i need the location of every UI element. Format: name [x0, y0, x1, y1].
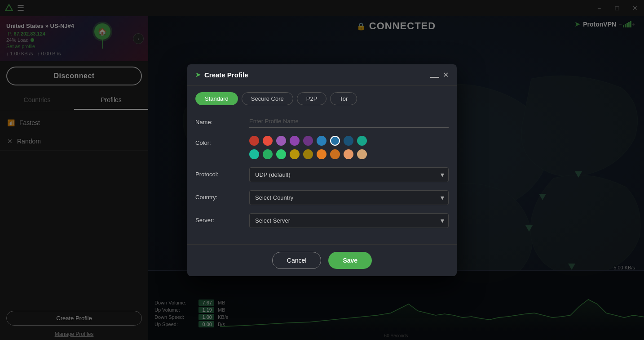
color-swatch-light-orange[interactable] — [344, 149, 353, 159]
color-label: Color: — [195, 136, 249, 146]
tab-standard[interactable]: Standard — [195, 92, 238, 105]
dialog-close-button[interactable]: ✕ — [443, 71, 449, 79]
color-swatch-orange[interactable] — [317, 149, 326, 159]
protocol-select[interactable]: UDP (default) TCP IKEv2 OpenVPN (UDP) Op… — [249, 167, 449, 182]
color-row-2 — [249, 149, 449, 159]
server-row: Server: Select Server — [195, 213, 449, 228]
color-swatch-light-green[interactable] — [276, 149, 286, 159]
tab-p2p[interactable]: P2P — [297, 92, 327, 105]
color-swatch-tan[interactable] — [357, 149, 367, 159]
dialog-minimize-button[interactable] — [430, 72, 439, 78]
country-select[interactable]: Select Country — [249, 190, 449, 205]
name-input[interactable] — [249, 115, 449, 128]
country-control: Select Country — [249, 190, 449, 205]
protocol-control: UDP (default) TCP IKEv2 OpenVPN (UDP) Op… — [249, 167, 449, 182]
color-swatch-red[interactable] — [249, 136, 259, 146]
tab-tor[interactable]: Tor — [330, 92, 357, 105]
color-row: Color: — [195, 136, 449, 159]
color-swatch-dark-blue[interactable] — [344, 136, 353, 146]
color-picker — [249, 136, 449, 159]
dialog-title-text: Create Profile — [204, 71, 248, 79]
color-row-1 — [249, 136, 449, 146]
server-label: Server: — [195, 213, 249, 224]
protocol-label: Protocol: — [195, 167, 249, 178]
color-swatch-deep-purple[interactable] — [303, 136, 313, 146]
dialog-title: ➤ Create Profile — [195, 71, 248, 79]
color-swatch-dark-orange[interactable] — [330, 149, 340, 159]
create-profile-dialog: ➤ Create Profile ✕ Standard Secure Core … — [187, 64, 457, 276]
dialog-controls: ✕ — [430, 71, 449, 79]
country-row: Country: Select Country — [195, 190, 449, 205]
color-swatch-green[interactable] — [263, 149, 273, 159]
color-swatch-olive[interactable] — [290, 149, 300, 159]
name-label: Name: — [195, 115, 249, 125]
protocol-row: Protocol: UDP (default) TCP IKEv2 OpenVP… — [195, 167, 449, 182]
server-select[interactable]: Select Server — [249, 213, 449, 228]
dialog-footer: Cancel Save — [187, 244, 457, 276]
color-swatch-green-blue[interactable] — [249, 149, 259, 159]
color-swatch-dark-olive[interactable] — [303, 149, 313, 159]
name-control — [249, 115, 449, 128]
dialog-title-icon: ➤ — [195, 71, 201, 78]
dialog-header: ➤ Create Profile ✕ — [187, 64, 457, 86]
color-swatch-purple[interactable] — [276, 136, 286, 146]
country-label: Country: — [195, 190, 249, 201]
color-swatch-blue[interactable] — [317, 136, 326, 146]
profile-form: Name: Color: — [187, 112, 457, 244]
tab-secure-core[interactable]: Secure Core — [242, 92, 293, 105]
name-row: Name: — [195, 115, 449, 128]
color-swatch-light-red[interactable] — [263, 136, 273, 146]
color-swatch-teal[interactable] — [357, 136, 367, 146]
color-swatch-dark-purple[interactable] — [290, 136, 300, 146]
color-swatch-medium-blue[interactable] — [330, 136, 340, 146]
cancel-button[interactable]: Cancel — [272, 252, 322, 269]
server-control: Select Server — [249, 213, 449, 228]
save-button[interactable]: Save — [328, 252, 372, 269]
profile-type-tabs: Standard Secure Core P2P Tor — [187, 86, 457, 112]
modal-overlay: ➤ Create Profile ✕ Standard Secure Core … — [0, 0, 644, 340]
